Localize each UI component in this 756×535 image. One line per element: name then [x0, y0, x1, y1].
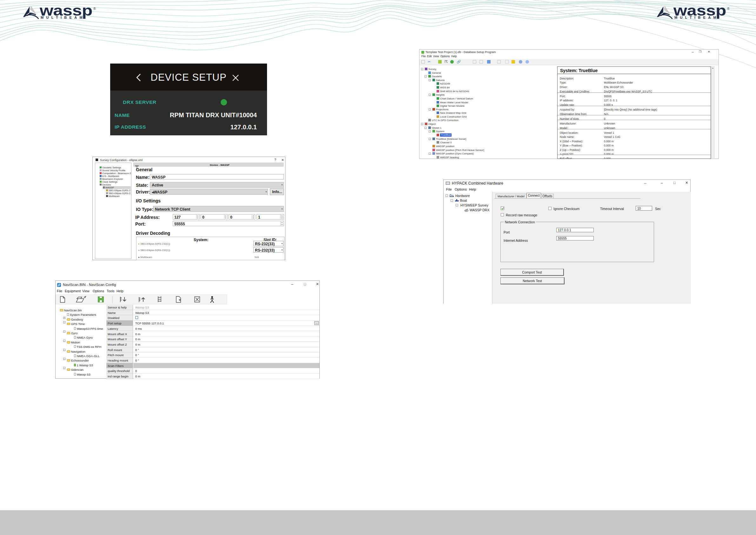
svg-text:MULTIBEAM: MULTIBEAM [674, 15, 719, 19]
svg-text:®: ® [727, 7, 730, 11]
svg-text:MULTIBEAM: MULTIBEAM [40, 15, 85, 19]
svg-text:®: ® [94, 7, 96, 11]
